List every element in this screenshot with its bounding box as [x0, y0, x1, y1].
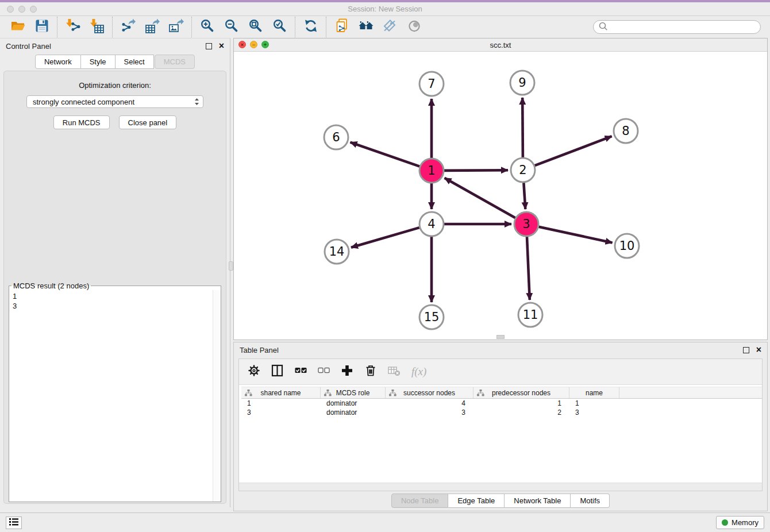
graph-node-1[interactable]: 1	[419, 159, 444, 183]
network-close-button[interactable]: ×	[238, 41, 246, 48]
graph-node-8[interactable]: 8	[614, 119, 638, 143]
hide-annotations-button[interactable]	[378, 18, 402, 36]
graph-node-9[interactable]: 9	[510, 71, 534, 95]
column-header-mcds-role[interactable]: MCDS role	[321, 387, 386, 398]
optimization-criterion-value: strongly connected component	[33, 98, 134, 106]
open-file-icon	[10, 18, 25, 36]
tab-network[interactable]: Network	[35, 55, 81, 69]
network-zoom-button[interactable]: +	[261, 41, 269, 48]
column-header-predecessor-nodes[interactable]: predecessor nodes	[473, 387, 569, 398]
network-resize-grip[interactable]	[496, 335, 505, 339]
save-session-button[interactable]	[30, 18, 54, 36]
graph-node-label: 4	[428, 217, 435, 231]
graph-edge-2-9[interactable]	[522, 98, 523, 157]
tab-network-table[interactable]: Network Table	[505, 494, 571, 508]
task-history-button[interactable]	[6, 516, 22, 529]
graph-node-label: 9	[518, 76, 526, 90]
graph-node-7[interactable]: 7	[419, 72, 444, 96]
search-input[interactable]	[611, 22, 756, 32]
graph-edge-2-3[interactable]	[523, 183, 525, 209]
tab-mcds[interactable]: MCDS	[155, 55, 195, 69]
first-neighbors-button[interactable]	[354, 18, 378, 36]
table-row[interactable]: 3dominator323	[241, 408, 762, 417]
titlebar-accent	[0, 0, 770, 2]
import-network-button[interactable]	[61, 18, 85, 36]
zoom-out-button[interactable]	[220, 18, 244, 36]
graph-node-15[interactable]: 15	[419, 305, 444, 329]
select-all-checks-button[interactable]	[295, 364, 307, 379]
graph-edge-1-6[interactable]	[351, 142, 420, 167]
table-header-row: shared nameMCDS rolesuccessor nodesprede…	[241, 387, 762, 399]
column-settings-button[interactable]	[248, 364, 260, 379]
graph-node-label: 8	[622, 124, 629, 138]
zoom-fit-button[interactable]	[244, 18, 268, 36]
mcds-result-scrollbar[interactable]	[213, 290, 221, 502]
toolbar-separator	[191, 17, 192, 37]
column-header-label: name	[586, 389, 603, 397]
export-network-button[interactable]	[116, 18, 140, 36]
graph-node-3[interactable]: 3	[514, 212, 538, 236]
create-column-button[interactable]	[341, 364, 353, 379]
column-header-successor-nodes[interactable]: successor nodes	[386, 387, 473, 398]
table-panel-title: Table Panel	[240, 346, 279, 354]
column-header-name[interactable]: name	[569, 387, 619, 398]
run-mcds-button[interactable]: Run MCDS	[53, 115, 110, 129]
graph-node-10[interactable]: 10	[615, 234, 639, 258]
graph-edge-4-14[interactable]	[351, 228, 419, 248]
refresh-button[interactable]	[299, 18, 323, 36]
zoom-selected-button[interactable]	[268, 18, 292, 36]
tab-style[interactable]: Style	[81, 55, 116, 69]
toolbar-separator	[295, 17, 296, 37]
close-panel-button[interactable]: Close panel	[119, 115, 177, 129]
tab-node-table[interactable]: Node Table	[391, 494, 449, 508]
graph-edge-3-10[interactable]	[539, 227, 613, 243]
export-image-button[interactable]	[164, 18, 188, 36]
graph-node-14[interactable]: 14	[325, 240, 349, 264]
show-columns-button[interactable]	[271, 364, 284, 379]
column-header-label: shared name	[260, 389, 301, 397]
main-toolbar	[0, 16, 770, 38]
float-panel-icon[interactable]	[206, 43, 212, 49]
panel-splitter-grip[interactable]	[229, 261, 233, 271]
deselect-all-checks-icon	[318, 364, 330, 379]
duplicate-network-button[interactable]	[330, 18, 354, 36]
graph-node-4[interactable]: 4	[419, 212, 444, 236]
tab-edge-table[interactable]: Edge Table	[448, 494, 505, 508]
network-minimize-button[interactable]: −	[250, 41, 257, 48]
tab-motifs[interactable]: Motifs	[571, 494, 610, 508]
graph-edge-1-2[interactable]	[444, 170, 508, 171]
export-image-icon	[169, 18, 184, 36]
deselect-all-checks-button[interactable]	[318, 364, 330, 379]
delete-table-button	[388, 365, 401, 379]
search-field[interactable]	[593, 20, 761, 34]
graph-node-2[interactable]: 2	[511, 158, 535, 182]
delete-table-icon	[388, 365, 401, 379]
network-canvas[interactable]: 7968124314101511	[234, 51, 768, 340]
graph-edge-3-11[interactable]	[527, 237, 530, 300]
network-window-titlebar: × − + scc.txt	[234, 38, 767, 52]
memory-button[interactable]: Memory	[716, 516, 764, 529]
import-table-icon	[90, 18, 105, 36]
table-row[interactable]: 1dominator411	[241, 399, 762, 408]
column-header-shared-name[interactable]: shared name	[241, 387, 321, 398]
graph-edge-2-8[interactable]	[535, 136, 612, 165]
open-file-button[interactable]	[6, 18, 30, 36]
delete-columns-button[interactable]	[364, 364, 377, 379]
graph-edge-3-1[interactable]	[445, 178, 515, 218]
zoom-in-button[interactable]	[195, 18, 220, 36]
table-horizontal-scrollbar[interactable]	[239, 483, 762, 491]
hide-annotations-icon	[383, 18, 398, 36]
graph-node-6[interactable]: 6	[324, 125, 348, 149]
export-table-button[interactable]	[140, 18, 164, 36]
control-panel-title: Control Panel	[6, 42, 51, 51]
column-settings-icon	[248, 364, 260, 379]
graph-node-11[interactable]: 11	[518, 303, 542, 327]
close-table-panel-icon[interactable]: ×	[756, 345, 761, 354]
optimization-criterion-select[interactable]: strongly connected component	[26, 95, 203, 108]
float-table-panel-icon[interactable]	[743, 347, 749, 353]
tab-select[interactable]: Select	[116, 55, 154, 69]
control-panel: Control Panel × NetworkStyleSelectMCDS O…	[0, 38, 230, 507]
close-panel-icon[interactable]: ×	[219, 41, 224, 51]
mcds-result-text[interactable]: 1 3	[9, 290, 213, 502]
import-table-button[interactable]	[85, 18, 109, 36]
